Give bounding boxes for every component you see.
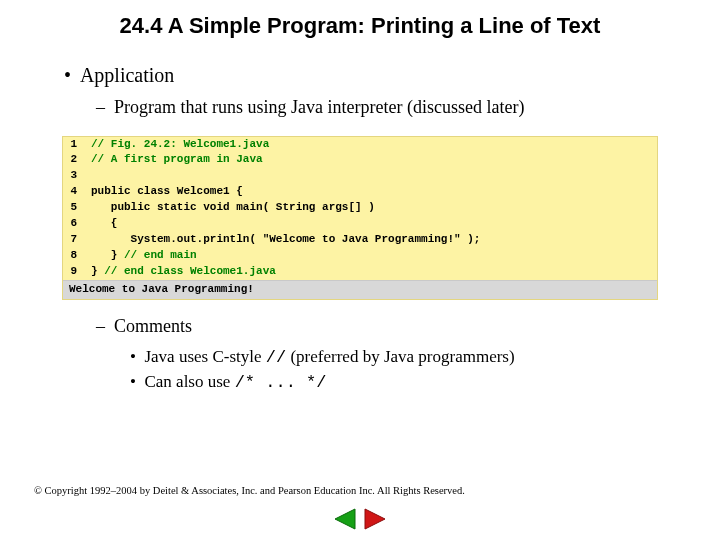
line-number: 5	[63, 200, 91, 216]
code-comment: // A first program in Java	[91, 152, 263, 168]
code-text: public class Welcome1 {	[91, 184, 243, 200]
sub-bullet-comments-text: Comments	[114, 316, 192, 336]
bullet-application-text: Application	[80, 64, 174, 86]
code-line: 4public class Welcome1 {	[63, 184, 657, 200]
prev-button[interactable]	[330, 506, 360, 532]
code-text: {	[91, 216, 117, 232]
sub-bullet-description-text: Program that runs using Java interpreter…	[114, 97, 524, 117]
code-line: 6 {	[63, 216, 657, 232]
code-line: 9} // end class Welcome1.java	[63, 264, 657, 280]
copyright-notice: © Copyright 1992–2004 by Deitel & Associ…	[34, 485, 465, 496]
code-text: public static void main( String args[] )	[91, 200, 375, 216]
code-text: } // end main	[91, 248, 197, 264]
sub-sub-2a: Can also use	[144, 372, 234, 391]
bullet-application: • Application	[64, 64, 686, 87]
code-line: 1// Fig. 24.2: Welcome1.java	[63, 137, 657, 153]
line-number: 9	[63, 264, 91, 280]
sub-sub-1b: (preferred by Java programmers)	[286, 347, 514, 366]
code-line: 3	[63, 168, 657, 184]
line-number: 1	[63, 137, 91, 153]
line-number: 4	[63, 184, 91, 200]
line-number: 6	[63, 216, 91, 232]
line-number: 2	[63, 152, 91, 168]
triangle-left-icon	[331, 507, 359, 531]
nav-controls	[330, 506, 390, 532]
triangle-right-icon	[361, 507, 389, 531]
code-comment: // end class Welcome1.java	[104, 265, 276, 277]
next-button[interactable]	[360, 506, 390, 532]
code-line: 5 public static void main( String args[]…	[63, 200, 657, 216]
sub-sub-1a: Java uses C-style	[144, 347, 265, 366]
code-plain: }	[91, 265, 104, 277]
code-comment: // end main	[124, 249, 197, 261]
code-line: 8 } // end main	[63, 248, 657, 264]
sub-sub-bullet-2: • Can also use /* ... */	[130, 370, 686, 395]
line-number: 3	[63, 168, 91, 184]
code-text: } // end class Welcome1.java	[91, 264, 276, 280]
slide-title: 24.4 A Simple Program: Printing a Line o…	[64, 12, 656, 40]
code-text: System.out.println( "Welcome to Java Pro…	[91, 232, 480, 248]
code-plain: }	[91, 249, 124, 261]
line-number: 8	[63, 248, 91, 264]
sub-sub-2-mono: /* ... */	[235, 373, 327, 392]
program-output: Welcome to Java Programming!	[63, 280, 657, 299]
code-block: 1// Fig. 24.2: Welcome1.java 2// A first…	[62, 136, 658, 300]
sub-sub-1-mono: //	[266, 348, 286, 367]
code-line: 7 System.out.println( "Welcome to Java P…	[63, 232, 657, 248]
sub-bullet-comments: – Comments	[96, 316, 686, 337]
code-comment: // Fig. 24.2: Welcome1.java	[91, 137, 269, 153]
sub-bullet-description: – Program that runs using Java interpret…	[96, 97, 686, 118]
sub-sub-bullet-1: • Java uses C-style // (preferred by Jav…	[130, 345, 686, 370]
code-line: 2// A first program in Java	[63, 152, 657, 168]
svg-marker-0	[335, 509, 355, 529]
svg-marker-1	[365, 509, 385, 529]
line-number: 7	[63, 232, 91, 248]
